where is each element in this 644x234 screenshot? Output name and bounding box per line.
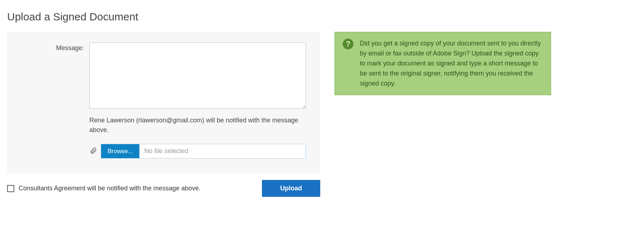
browse-button[interactable]: Browse... xyxy=(101,144,139,158)
selected-file-name: No file selected xyxy=(139,144,306,158)
notify-agreement-checkbox[interactable] xyxy=(7,185,14,192)
message-textarea[interactable] xyxy=(89,43,306,109)
attachment-icon xyxy=(89,147,97,156)
upload-button[interactable]: Upload xyxy=(262,180,320,197)
notify-recipient-text: Rene Lawerson (rlawerson@gmail.com) will… xyxy=(89,116,306,135)
notify-agreement-label: Consultants Agreement will be notified w… xyxy=(19,185,200,192)
help-callout: ? Did you get a signed copy of your docu… xyxy=(335,32,551,95)
help-text: Did you get a signed copy of your docume… xyxy=(360,39,543,88)
page-title: Upload a Signed Document xyxy=(7,11,637,23)
file-picker[interactable]: Browse... No file selected xyxy=(101,144,306,159)
message-label: Message: xyxy=(36,43,89,52)
help-icon: ? xyxy=(343,39,353,49)
upload-form-panel: Message: Rene Lawerson (rlawerson@gmail.… xyxy=(7,32,320,173)
